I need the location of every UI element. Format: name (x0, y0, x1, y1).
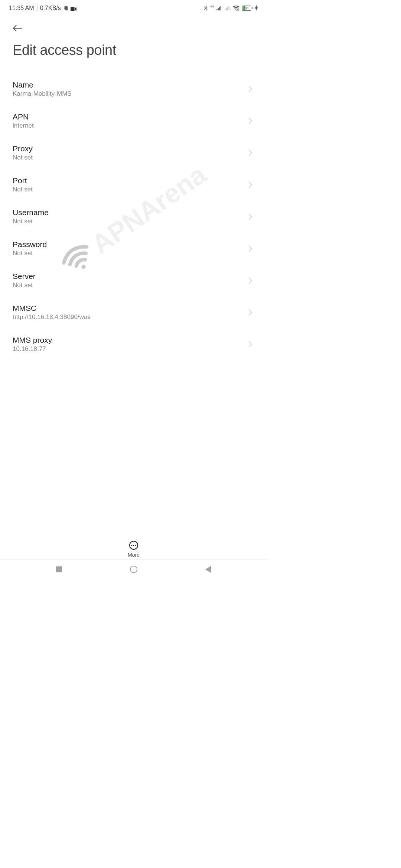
setting-apn[interactable]: APN internet (13, 105, 255, 137)
more-label: More (128, 552, 140, 558)
setting-username[interactable]: Username Not set (13, 201, 255, 233)
back-button[interactable] (13, 23, 23, 33)
setting-value: http://10.16.18.4:38090/was (13, 313, 248, 321)
status-time: 11:35 AM (9, 5, 34, 11)
setting-value: Not set (13, 154, 248, 161)
chevron-right-icon (248, 309, 252, 316)
setting-label: APN (13, 112, 248, 121)
chevron-right-icon (248, 245, 252, 252)
nav-back-button[interactable] (205, 566, 211, 573)
setting-value: Not set (13, 186, 248, 193)
setting-label: Username (13, 208, 248, 217)
setting-value: Karma-Mobility-MMS (13, 90, 248, 98)
chevron-right-icon (248, 213, 252, 220)
setting-value: internet (13, 122, 248, 129)
setting-value: Not set (13, 250, 248, 257)
settings-icon (63, 6, 68, 11)
svg-rect-9 (229, 6, 230, 10)
nav-recents-button[interactable] (56, 566, 62, 572)
setting-mmsc[interactable]: MMSC http://10.16.18.4:38090/was (13, 296, 255, 328)
setting-label: Name (13, 80, 248, 89)
fade-overlay (0, 521, 267, 540)
wifi-icon (233, 6, 239, 11)
charging-icon (255, 5, 258, 11)
status-speed: 0.7KB/s (40, 5, 61, 11)
setting-label: Proxy (13, 144, 248, 153)
navigation-bar (0, 559, 267, 579)
setting-label: Port (13, 176, 248, 185)
setting-password[interactable]: Password Not set (13, 233, 255, 264)
setting-label: Server (13, 272, 248, 281)
setting-label: MMS proxy (13, 336, 248, 345)
settings-list: Name Karma-Mobility-MMS APN internet Pro… (0, 73, 267, 360)
page-title: Edit access point (13, 42, 255, 58)
chevron-right-icon (248, 277, 252, 284)
more-icon: ••• (129, 541, 138, 550)
chevron-right-icon (248, 341, 252, 348)
chevron-right-icon (248, 149, 252, 157)
svg-rect-2 (216, 9, 218, 10)
setting-proxy[interactable]: Proxy Not set (13, 137, 255, 169)
video-icon (71, 6, 76, 10)
svg-rect-1 (71, 7, 75, 11)
signal-icon-1 (216, 6, 222, 10)
chevron-right-icon (248, 85, 252, 93)
svg-rect-8 (227, 7, 228, 10)
setting-value: 10.16.18.77 (13, 345, 248, 353)
bluetooth-icon (203, 5, 208, 11)
svg-rect-5 (221, 6, 222, 10)
chevron-right-icon (248, 181, 252, 188)
svg-rect-3 (218, 8, 219, 10)
signal-icon-2: ✕ (225, 6, 231, 10)
chevron-right-icon (248, 117, 252, 125)
setting-value: Not set (13, 218, 248, 225)
network-type-label: 4G (210, 5, 214, 8)
setting-name[interactable]: Name Karma-Mobility-MMS (13, 73, 255, 105)
setting-value: Not set (13, 282, 248, 289)
nav-home-button[interactable] (130, 566, 137, 573)
more-button[interactable]: ••• More (128, 538, 140, 558)
status-bar: 11:35 AM | 0.7KB/s 4G ✕ 38 (0, 0, 267, 16)
svg-point-11 (236, 10, 237, 10)
svg-text:✕: ✕ (230, 8, 231, 10)
svg-rect-6 (225, 9, 226, 10)
setting-server[interactable]: Server Not set (13, 264, 255, 296)
battery-icon: 38 (242, 6, 252, 11)
setting-label: MMSC (13, 304, 248, 313)
setting-port[interactable]: Port Not set (13, 169, 255, 201)
setting-label: Password (13, 240, 248, 249)
svg-rect-4 (219, 7, 220, 10)
setting-mms-proxy[interactable]: MMS proxy 10.16.18.77 (13, 328, 255, 360)
svg-rect-7 (226, 8, 227, 10)
